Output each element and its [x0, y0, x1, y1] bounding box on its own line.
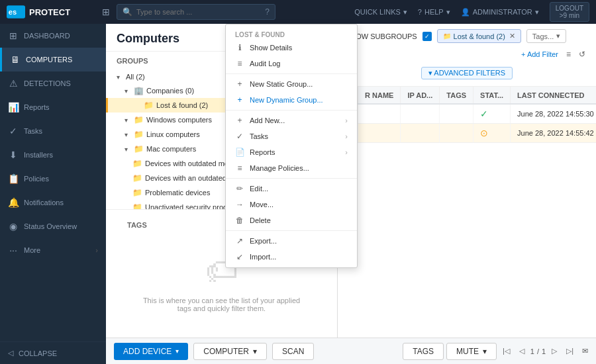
tasks-icon: ✓: [8, 126, 19, 136]
collapse-icon: ◁: [8, 349, 13, 357]
status-ok-icon: ✓: [480, 109, 488, 119]
info-icon: ℹ: [235, 43, 244, 52]
scan-button[interactable]: SCAN: [272, 343, 314, 360]
menu-item-manage-policies[interactable]: ≡ Manage Policies...: [226, 160, 357, 176]
edit-icon: ✏: [235, 184, 244, 193]
row-tags: [440, 104, 473, 124]
page-separator: /: [537, 347, 539, 355]
bottom-bar: ADD DEVICE ▾ COMPUTER ▾ SCAN TAGS MUTE ▾…: [106, 338, 596, 364]
reports-icon: 📊: [8, 102, 19, 113]
menu-item-move[interactable]: → Move...: [226, 197, 357, 212]
folder-icon: 📁: [132, 159, 142, 168]
folder-icon: 🏢: [134, 86, 144, 95]
page-first-icon[interactable]: |◁: [499, 345, 513, 357]
toolbar: SHOW SUBGROUPS ✓ 📁 Lost & found (2) ✕ Ta…: [338, 24, 596, 87]
notifications-icon: 🔔: [8, 197, 19, 208]
col-status[interactable]: STAT...: [473, 87, 511, 104]
tags-button[interactable]: TAGS: [403, 343, 444, 360]
sidebar-item-computers[interactable]: 🖥 COMPUTERS: [0, 48, 106, 71]
menu-item-import[interactable]: ↙ Import...: [226, 249, 357, 265]
page-prev-icon[interactable]: ◁: [516, 345, 528, 357]
col-ip[interactable]: IP AD...: [401, 87, 440, 104]
menu-item-export[interactable]: ↗ Export...: [226, 233, 357, 249]
tree-item-label: All (2): [126, 73, 145, 81]
sidebar-item-policies[interactable]: 📋 Policies: [0, 167, 106, 191]
more-icon: ···: [8, 245, 19, 255]
menu-item-edit[interactable]: ✏ Edit...: [226, 181, 357, 197]
logout-button[interactable]: LOGOUT >9 min: [550, 2, 589, 22]
filter-icons: ≡ ↺: [564, 48, 588, 60]
row-ip: [401, 104, 440, 124]
menu-item-reports[interactable]: 📄 Reports ›: [226, 144, 357, 160]
add-filter-button[interactable]: + Add Filter: [521, 50, 558, 58]
col-tags[interactable]: TAGS: [440, 87, 473, 104]
admin-menu[interactable]: 👤 ADMINISTRATOR ▾: [461, 8, 539, 17]
lost-found-filter-chip[interactable]: 📁 Lost & found (2) ✕: [437, 29, 521, 43]
expand-icon: ▾: [124, 87, 131, 95]
sidebar-item-notifications[interactable]: 🔔 Notifications: [0, 191, 106, 214]
sidebar-item-status[interactable]: ◉ Status Overview: [0, 214, 106, 238]
import-icon: ↙: [235, 252, 244, 261]
tags-dropdown[interactable]: Tags... ▾: [526, 29, 566, 43]
row-last-connected: June 28, 2022 14:55:42: [511, 124, 596, 143]
table-header-row: ⚙ R NAME IP AD... TAGS STAT... LAST CONN…: [338, 87, 596, 104]
grid-icon[interactable]: ⊞: [102, 7, 110, 17]
row-last-connected: June 28, 2022 14:55:30: [511, 104, 596, 124]
col-last-connected[interactable]: LAST CONNECTED: [511, 87, 596, 104]
page-last-icon[interactable]: ▷|: [563, 345, 577, 357]
advanced-filters-button[interactable]: ▾ ADVANCED FILTERS: [421, 67, 513, 79]
dashboard-icon: ⊞: [8, 30, 19, 41]
menu-item-new-static-group[interactable]: + New Static Group...: [226, 76, 357, 92]
table-row[interactable]: ⊙ June 28, 2022 14:55:42 2 0 Micro... us…: [338, 124, 596, 143]
sidebar-item-installers[interactable]: ⬇ Installers: [0, 143, 106, 167]
menu-item-tasks[interactable]: ✓ Tasks ›: [226, 128, 357, 144]
search-icon: 🔍: [123, 7, 132, 17]
show-subgroups-checkbox[interactable]: ✓: [422, 32, 432, 41]
computers-icon: 🖥: [10, 54, 21, 65]
submenu-arrow-icon: ›: [345, 132, 348, 140]
sidebar-item-dashboard[interactable]: ⊞ DASHBOARD: [0, 24, 106, 48]
menu-item-show-details[interactable]: ℹ Show Details: [226, 40, 357, 56]
log-icon: ≡: [235, 59, 244, 68]
folder-icon: 📁: [132, 173, 142, 183]
logo: es PROTECT: [7, 5, 93, 19]
menu-item-audit-log[interactable]: ≡ Audit Log: [226, 56, 357, 71]
refresh-icon[interactable]: ↺: [576, 48, 588, 60]
sidebar-item-more[interactable]: ··· More ›: [0, 238, 106, 262]
table-row[interactable]: ✓ June 28, 2022 14:55:30 0 0 CentOS root: [338, 104, 596, 124]
computer-button[interactable]: COMPUTER ▾: [193, 343, 267, 360]
page-next-icon[interactable]: ▷: [548, 345, 560, 357]
quick-links[interactable]: QUICK LINKS ▾: [354, 8, 407, 17]
search-box[interactable]: 🔍 ?: [117, 4, 275, 20]
collapse-button[interactable]: ◁ COLLAPSE: [0, 342, 106, 364]
menu-item-add-new[interactable]: + Add New... ›: [226, 113, 357, 128]
folder-icon: 📁: [144, 101, 154, 110]
menu-item-delete[interactable]: 🗑 Delete: [226, 212, 357, 228]
tree-item-label: Linux computers: [146, 130, 200, 138]
context-menu: Lost & found ℹ Show Details ≡ Audit Log …: [225, 24, 358, 268]
policies-icon: ≡: [235, 163, 244, 173]
detections-icon: ⚠: [8, 78, 19, 89]
chip-close-icon[interactable]: ✕: [509, 32, 515, 40]
add-icon: +: [235, 116, 244, 125]
menu-item-new-dynamic-group[interactable]: + New Dynamic Group...: [226, 92, 357, 108]
export-icon[interactable]: ✉: [582, 347, 588, 355]
sidebar-item-tasks[interactable]: ✓ Tasks: [0, 119, 106, 143]
expand-icon: ▾: [124, 116, 131, 124]
chevron-down-icon: ▾: [556, 32, 560, 40]
sidebar-item-reports[interactable]: 📊 Reports: [0, 95, 106, 119]
menu-separator: [226, 230, 357, 231]
tree-item-label: Unactivated security product: [145, 203, 237, 209]
mute-button[interactable]: MUTE ▾: [446, 343, 497, 360]
help-menu[interactable]: ? HELP ▾: [418, 8, 450, 17]
reports-icon: 📄: [235, 148, 244, 157]
tags-empty-text: This is where you can see the list of yo…: [136, 296, 307, 312]
col-name[interactable]: R NAME: [358, 87, 401, 104]
expand-icon: ▾: [124, 131, 131, 138]
add-device-button[interactable]: ADD DEVICE ▾: [114, 343, 188, 360]
filter-icon[interactable]: ≡: [564, 48, 573, 60]
chevron-down-icon: ▾: [535, 8, 539, 17]
sidebar-item-detections[interactable]: ⚠ DETECTIONS: [0, 71, 106, 95]
search-input[interactable]: [136, 8, 261, 16]
topbar-actions: QUICK LINKS ▾ ? HELP ▾ 👤 ADMINISTRATOR ▾…: [354, 2, 589, 22]
